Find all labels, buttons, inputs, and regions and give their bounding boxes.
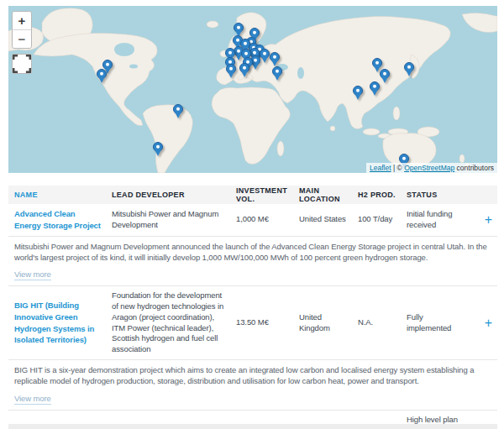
project-name-link[interactable]: BIG HIT (Building Innovative Green Hydro…: [14, 301, 94, 344]
map-marker[interactable]: [102, 60, 113, 70]
status-cell: Fully implemented: [407, 312, 474, 334]
project-row: Advanced Clean Energy Storage ProjectMit…: [8, 204, 497, 237]
map-marker[interactable]: [97, 69, 107, 79]
lead-developer-cell: Foundation for the development of new hy…: [112, 290, 236, 355]
column-header-h2-prod[interactable]: H2 PROD.: [358, 191, 407, 199]
map-marker[interactable]: [272, 66, 282, 76]
project-name-cell: Advanced Clean Energy Storage Project: [14, 208, 112, 232]
next-section-edge: [8, 424, 497, 429]
investment-cell: 13.50 M€: [236, 317, 299, 328]
map-marker[interactable]: [380, 69, 390, 79]
map-marker[interactable]: [260, 49, 270, 59]
zoom-out-button[interactable]: −: [13, 30, 31, 48]
openstreetmap-link[interactable]: OpenStreetMap: [404, 164, 454, 172]
project-name-link[interactable]: Advanced Clean Energy Storage Project: [14, 209, 101, 230]
attribution-separator: |: [393, 164, 395, 172]
projects-table: NAME LEAD DEVELOPER INVESTMENT VOL. MAIN…: [8, 186, 497, 429]
expand-cell: +: [474, 317, 497, 330]
project-description: Mitsubishi Power and Magnum Development …: [14, 241, 494, 264]
map-marker[interactable]: [270, 52, 280, 62]
copyright-symbol: ©: [397, 164, 402, 172]
project-row: BIG HIT (Building Innovative Green Hydro…: [8, 286, 497, 360]
project-name-cell: BIG HIT (Building Innovative Green Hydro…: [14, 300, 112, 346]
location-cell: United Kingdom: [299, 312, 358, 334]
map-marker[interactable]: [234, 23, 244, 33]
column-header-main-location[interactable]: MAIN LOCATION: [299, 186, 358, 203]
projects-table-body: Advanced Clean Energy Storage ProjectMit…: [8, 204, 497, 429]
column-header-lead-developer[interactable]: LEAD DEVELOPER: [112, 191, 236, 199]
map-zoom-control: + −: [12, 11, 32, 49]
expand-row-button[interactable]: +: [485, 213, 492, 227]
map-marker[interactable]: [239, 63, 249, 73]
zoom-in-button[interactable]: +: [13, 12, 31, 30]
map-marker[interactable]: [404, 62, 414, 72]
status-cell: Initial funding received: [407, 209, 474, 231]
fullscreen-button[interactable]: [12, 54, 32, 74]
map-marker[interactable]: [370, 81, 380, 92]
column-header-investment-vol[interactable]: INVESTMENT VOL.: [236, 186, 299, 203]
expand-cell: +: [474, 213, 497, 227]
map-marker[interactable]: [173, 104, 183, 114]
project-description: BIG HIT is a six-year demonstration proj…: [14, 364, 494, 387]
leaflet-link[interactable]: Leaflet: [370, 164, 391, 172]
map-marker[interactable]: [353, 86, 363, 96]
project-description-row: Mitsubishi Power and Magnum Development …: [8, 237, 497, 287]
map-marker[interactable]: [153, 142, 163, 152]
h2-prod-cell: N.A.: [358, 317, 407, 328]
lead-developer-cell: Mitsubishi Power and Magnum Development: [112, 209, 236, 231]
location-cell: United States: [299, 214, 358, 225]
h2-prod-cell: 100 T/day: [358, 214, 407, 225]
fullscreen-icon: [13, 55, 31, 73]
investment-cell: 1,000 M€: [236, 214, 299, 225]
project-description-row: BIG HIT is a six-year demonstration proj…: [8, 360, 497, 411]
map-marker[interactable]: [226, 64, 236, 74]
view-more-link[interactable]: View more: [14, 269, 51, 280]
column-header-status[interactable]: STATUS: [407, 191, 474, 199]
expand-row-button[interactable]: +: [485, 317, 492, 330]
map-marker[interactable]: [372, 58, 382, 68]
attribution-suffix: contributors: [457, 164, 494, 172]
table-header-row: NAME LEAD DEVELOPER INVESTMENT VOL. MAIN…: [8, 186, 497, 204]
view-more-link[interactable]: View more: [14, 394, 51, 405]
column-header-name[interactable]: NAME: [14, 191, 112, 199]
map-attribution: Leaflet | © OpenStreetMap contributors: [366, 163, 497, 173]
